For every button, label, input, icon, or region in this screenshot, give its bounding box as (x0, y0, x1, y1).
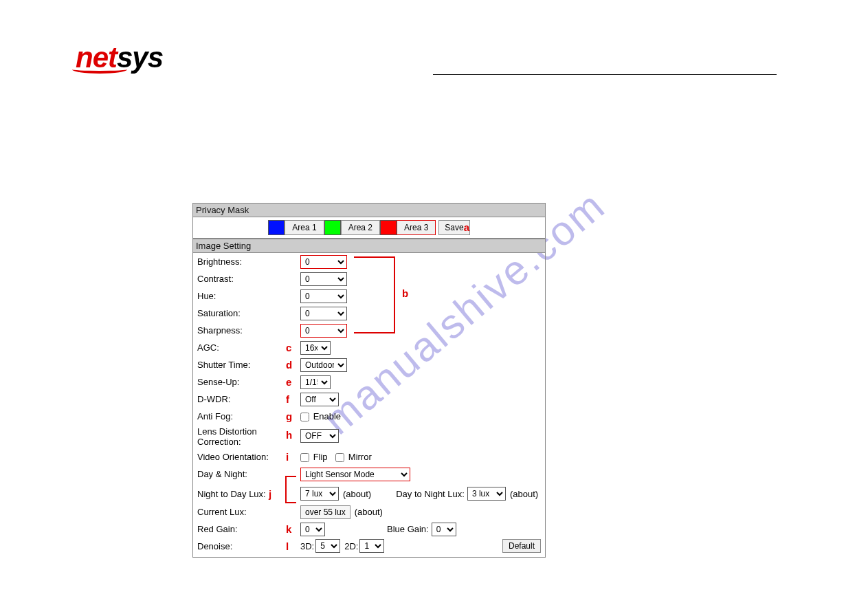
mirror-checkbox[interactable] (335, 453, 344, 462)
agc-select[interactable]: 16x (300, 341, 331, 355)
denoise-2d-select[interactable]: 1 (359, 539, 384, 553)
logo-swoosh (72, 65, 127, 74)
dwdr-select[interactable]: Off (300, 393, 339, 406)
area3-color-swatch (380, 220, 397, 235)
area3-button[interactable]: Area 3 (397, 220, 436, 235)
gain-row: Red Gain: k 0 Blue Gain: 0 (193, 520, 545, 538)
saturation-select[interactable]: 0 (300, 307, 347, 320)
image-setting-header: Image Setting (193, 239, 545, 253)
dwdr-label: D-WDR: (197, 394, 287, 404)
hue-row: Hue: 0 (193, 287, 545, 305)
n2d-about: (about) (343, 489, 371, 499)
annotation-f: f (286, 393, 289, 405)
dwdr-row: D-WDR: f Off (193, 391, 545, 408)
orientation-label: Video Orientation: (197, 452, 287, 462)
area2-color-swatch (324, 220, 341, 235)
annotation-j: j (269, 488, 271, 500)
orientation-row: Video Orientation: i Flip Mirror (193, 448, 545, 465)
annotation-g: g (286, 410, 292, 422)
antifog-label: Anti Fog: (197, 411, 287, 421)
contrast-select[interactable]: 0 (300, 272, 347, 286)
privacy-mask-row: Area 1 Area 2 Area 3 Save a (193, 217, 545, 239)
lens-row: Lens Distortion Correction: h OFF (193, 425, 545, 448)
d2n-about: (about) (510, 489, 538, 499)
agc-row: AGC: c 16x (193, 339, 545, 356)
sharpness-label: Sharpness: (197, 325, 300, 336)
antifog-row: Anti Fog: g Enable (193, 408, 545, 425)
annotation-k: k (286, 523, 291, 535)
annotation-d: d (286, 359, 292, 371)
brightness-row: Brightness: 0 (193, 253, 545, 270)
annotation-b: b (402, 287, 408, 299)
daynight-label: Day & Night: (197, 469, 300, 479)
senseup-row: Sense-Up: e 1/15 (193, 373, 545, 391)
current-lux-about: (about) (355, 507, 383, 517)
shutter-select[interactable]: Outdoor (300, 358, 347, 372)
lens-label: Lens Distortion Correction: (197, 426, 287, 447)
lens-select[interactable]: OFF (300, 429, 339, 443)
sharpness-row: Sharpness: 0 (193, 322, 545, 339)
brightness-label: Brightness: (197, 256, 300, 267)
senseup-label: Sense-Up: (197, 377, 287, 387)
night-to-day-select[interactable]: 7 lux (300, 487, 339, 501)
denoise-label: Denoise: (197, 541, 287, 551)
mirror-label: Mirror (348, 452, 372, 462)
annotation-h: h (286, 429, 292, 441)
annotation-e: e (286, 376, 291, 388)
hue-label: Hue: (197, 291, 300, 301)
denoise-row: Denoise: l 3D: 5 2D: 1 Default (193, 538, 545, 557)
current-lux-label: Current Lux: (197, 507, 300, 517)
header-rule (433, 74, 777, 75)
flip-checkbox[interactable] (300, 453, 309, 462)
denoise-3d-label: 3D: (300, 541, 314, 551)
denoise-2d-label: 2D: (344, 541, 358, 551)
red-gain-label: Red Gain: (197, 524, 287, 534)
current-lux-value: over 55 lux (300, 505, 350, 519)
lux-row: Night to Day Lux: j 7 lux (about) Day to… (193, 483, 545, 503)
senseup-select[interactable]: 1/15 (300, 375, 331, 389)
privacy-mask-header: Privacy Mask (193, 204, 545, 217)
blue-gain-select[interactable]: 0 (432, 523, 456, 536)
contrast-row: Contrast: 0 (193, 270, 545, 287)
annotation-c: c (286, 342, 291, 353)
hue-select[interactable]: 0 (300, 289, 347, 303)
red-gain-select[interactable]: 0 (300, 523, 325, 536)
settings-panel: Privacy Mask Area 1 Area 2 Area 3 Save a… (192, 203, 546, 558)
agc-label: AGC: (197, 342, 287, 353)
area1-button[interactable]: Area 1 (285, 220, 324, 235)
current-lux-row: Current Lux: over 55 lux (about) (193, 503, 545, 520)
antifog-checkbox[interactable] (300, 413, 309, 421)
antifog-checkbox-label: Enable (313, 411, 341, 421)
shutter-label: Shutter Time: (197, 360, 287, 370)
night-to-day-label: Night to Day Lux: (197, 489, 274, 499)
brightness-select[interactable]: 0 (300, 255, 347, 269)
daynight-row: Day & Night: Light Sensor Mode (193, 465, 545, 483)
saturation-label: Saturation: (197, 308, 300, 318)
daynight-select[interactable]: Light Sensor Mode (300, 468, 410, 481)
blue-gain-label: Blue Gain: (387, 524, 429, 534)
area1-color-swatch (268, 220, 285, 235)
annotation-i: i (286, 451, 289, 463)
day-to-night-select[interactable]: 3 lux (467, 487, 506, 501)
flip-label: Flip (313, 452, 328, 462)
shutter-row: Shutter Time: d Outdoor (193, 356, 545, 373)
saturation-row: Saturation: 0 (193, 305, 545, 322)
area2-button[interactable]: Area 2 (341, 220, 380, 235)
annotation-a: a (464, 221, 469, 233)
annotation-l: l (286, 540, 289, 552)
default-button[interactable]: Default (502, 539, 541, 553)
day-to-night-label: Day to Night Lux: (396, 489, 465, 499)
denoise-3d-select[interactable]: 5 (315, 539, 340, 553)
contrast-label: Contrast: (197, 274, 300, 284)
sharpness-select[interactable]: 0 (300, 324, 347, 338)
